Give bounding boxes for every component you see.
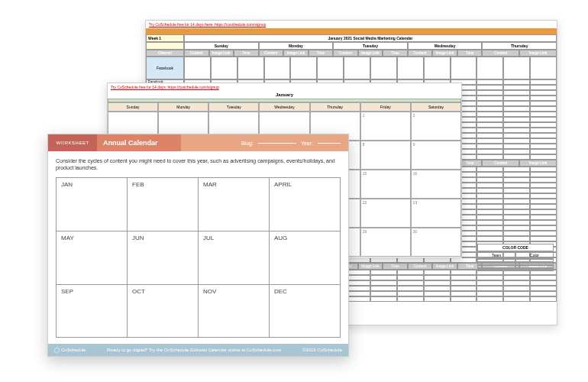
worksheet-title: Annual Calendar bbox=[97, 134, 181, 151]
subcol: Time bbox=[234, 50, 259, 57]
subcol: Time bbox=[383, 50, 408, 57]
day-header: Saturday bbox=[411, 102, 461, 112]
subcol: Image Link bbox=[432, 263, 457, 270]
trial-link[interactable]: Try CoSchedule free for 14 days: https:/… bbox=[108, 83, 461, 91]
day-header: Sunday bbox=[108, 102, 158, 112]
month-cell[interactable]: JUN bbox=[128, 231, 199, 285]
calendar-cell[interactable]: 2 bbox=[411, 112, 461, 141]
year-input-line[interactable] bbox=[318, 143, 341, 144]
subcol: Content bbox=[482, 160, 519, 167]
month-cell[interactable]: OCT bbox=[128, 285, 199, 338]
color-code-col: Color bbox=[515, 251, 554, 259]
orange-divider bbox=[146, 28, 557, 34]
month-cell[interactable]: NOV bbox=[199, 285, 270, 338]
subcol: Image Link bbox=[209, 50, 234, 57]
subcol: Image Link bbox=[519, 160, 557, 167]
month-cell[interactable]: FEB bbox=[128, 178, 199, 231]
day-header: Tuesday bbox=[333, 42, 408, 50]
month-cell[interactable]: JAN bbox=[57, 178, 128, 231]
week-label: Week 1 bbox=[146, 34, 184, 42]
subcol: Content bbox=[259, 50, 284, 57]
day-header: Thursday bbox=[482, 42, 557, 50]
calendar-cell[interactable]: 8 bbox=[360, 141, 411, 170]
subcol: Time bbox=[383, 263, 408, 270]
day-header: Thursday bbox=[310, 102, 360, 112]
day-header: Sunday bbox=[184, 42, 259, 50]
subcol: Image Link bbox=[519, 50, 557, 57]
calendar-cell[interactable]: 22 bbox=[360, 199, 411, 228]
day-header: Tuesday bbox=[208, 102, 259, 112]
day-header: Monday bbox=[158, 102, 208, 112]
calendar-cell[interactable]: 15 bbox=[360, 170, 411, 199]
channel-header bbox=[146, 42, 184, 50]
brand-logo: CoSchedule bbox=[54, 348, 86, 353]
day-header: Wednesday bbox=[408, 42, 483, 50]
year-label: Year: bbox=[301, 141, 313, 146]
month-cell[interactable]: SEP bbox=[57, 285, 128, 338]
month-cell[interactable]: APRIL bbox=[270, 178, 341, 231]
worksheet-badge: WORKSHEET bbox=[48, 134, 97, 151]
calendar-cell[interactable]: 29 bbox=[360, 228, 411, 257]
subcol: Content bbox=[333, 50, 358, 57]
subcol: Content bbox=[184, 50, 209, 57]
month-cell[interactable]: DEC bbox=[270, 285, 341, 338]
subcol: Time bbox=[309, 50, 334, 57]
channel-row-facebook: Facebook bbox=[146, 57, 184, 79]
month-cell[interactable]: MAR bbox=[199, 178, 270, 231]
blog-input-line[interactable] bbox=[258, 143, 296, 144]
month-cell[interactable]: AUG bbox=[270, 231, 341, 285]
worksheet-description: Consider the cycles of content you might… bbox=[48, 151, 348, 177]
trial-link[interactable]: Try CoSchedule free for 14 days here: ht… bbox=[146, 21, 557, 28]
calendar-cell[interactable]: 30 bbox=[411, 228, 461, 257]
calendar-cell[interactable]: 1 bbox=[360, 112, 411, 141]
month-cell[interactable]: MAY bbox=[57, 231, 128, 285]
subcol: Content bbox=[408, 263, 433, 270]
month-title: January bbox=[108, 91, 461, 99]
day-header: Monday bbox=[259, 42, 334, 50]
subcol: Content bbox=[408, 50, 433, 57]
calendar-cell[interactable]: 23 bbox=[411, 199, 461, 228]
color-code-col: Team bbox=[477, 251, 515, 259]
color-code-legend: COLOR CODE TeamColor bbox=[477, 244, 554, 271]
subcol: Image Link bbox=[358, 263, 383, 270]
footer-text: Ready to go digital? Try the CoSchedule … bbox=[91, 348, 298, 352]
subcol: Content bbox=[482, 50, 519, 57]
gear-icon bbox=[54, 348, 60, 353]
day-header: Wednesday bbox=[259, 102, 309, 112]
subcol: Time bbox=[457, 50, 483, 57]
subcol: Image Link bbox=[432, 50, 457, 57]
subcol: Image Link bbox=[358, 50, 383, 57]
annual-calendar-worksheet: WORKSHEET Annual Calendar Blog: Year: Co… bbox=[47, 134, 349, 357]
blog-label: Blog: bbox=[241, 141, 254, 146]
calendar-cell[interactable]: 9 bbox=[411, 141, 461, 170]
month-cell[interactable]: JUL bbox=[199, 231, 270, 285]
channel-header-label: Channel bbox=[146, 50, 184, 57]
calendar-cell[interactable]: 16 bbox=[411, 170, 461, 199]
footer-copyright: ©2015 CoSchedule bbox=[302, 348, 342, 352]
subcol: Image Link bbox=[283, 50, 309, 57]
calendar-title: January 2021 Social Media Marketing Cale… bbox=[184, 34, 557, 42]
color-code-title: COLOR CODE bbox=[477, 244, 554, 251]
day-header: Friday bbox=[360, 102, 411, 112]
